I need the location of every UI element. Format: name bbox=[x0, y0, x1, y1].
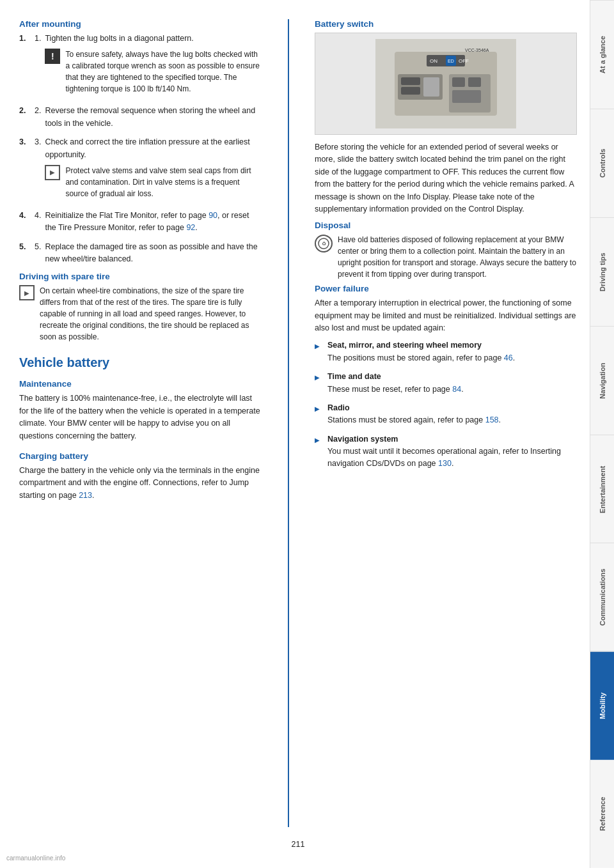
sidebar-item-reference[interactable]: Reference bbox=[590, 760, 614, 868]
svg-text:ED: ED bbox=[448, 59, 454, 63]
pf-item-4-title: Navigation system bbox=[327, 435, 398, 444]
sidebar-item-driving-tips[interactable]: Driving tips bbox=[590, 217, 614, 326]
play-icon-2: ▶ bbox=[19, 285, 35, 300]
sidebar-item-controls[interactable]: Controls bbox=[590, 109, 614, 217]
charging-link[interactable]: 213 bbox=[79, 491, 92, 500]
power-failure-list: ▶ Seat, mirror, and steering wheel memor… bbox=[315, 339, 577, 470]
note-2-text: Protect valve stems and valve stem seal … bbox=[65, 165, 262, 199]
disposal-text: Have old batteries disposed of following… bbox=[338, 234, 577, 280]
sidebar-item-communications[interactable]: Communications bbox=[590, 543, 614, 651]
bullet-arrow-2: ▶ bbox=[315, 373, 322, 396]
disposal-note: ♻ Have old batteries disposed of followi… bbox=[315, 234, 577, 280]
pf-item-4: ▶ Navigation system You must wait until … bbox=[315, 433, 577, 470]
sidebar-item-navigation[interactable]: Navigation bbox=[590, 326, 614, 435]
svg-rect-10 bbox=[423, 77, 439, 97]
driving-spare-section: Driving with spare tire ▶ On certain whe… bbox=[19, 272, 262, 343]
driving-spare-heading: Driving with spare tire bbox=[19, 272, 262, 281]
power-failure-section: Power failure After a temporary interrup… bbox=[315, 284, 577, 470]
svg-text:♻: ♻ bbox=[322, 241, 326, 247]
power-failure-intro: After a temporary interruption in electr… bbox=[315, 297, 577, 334]
pf-item-1-link[interactable]: 46 bbox=[504, 353, 513, 362]
step-1-text: Tighten the lug bolts in a diagonal patt… bbox=[45, 34, 193, 43]
pf-item-3-end: . bbox=[499, 415, 501, 424]
spare-tire-text: On certain wheel-tire combinations, the … bbox=[40, 285, 262, 343]
pf-item-2-title: Time and date bbox=[327, 372, 381, 381]
step-4-text: Reinitialize the Flat Tire Monitor, refe… bbox=[45, 211, 209, 220]
pf-item-3: ▶ Radio Stations must be stored again, r… bbox=[315, 402, 577, 427]
svg-rect-12 bbox=[452, 77, 465, 87]
pf-item-2-end: . bbox=[461, 385, 463, 394]
charging-text-body: Charge the battery in the vehicle only v… bbox=[19, 466, 260, 500]
vehicle-battery-section: Vehicle battery Maintenance The battery … bbox=[19, 355, 262, 502]
battery-switch-section: Battery switch ON bbox=[315, 19, 577, 215]
step-3-number: 3. bbox=[35, 136, 41, 203]
pf-item-3-text: Stations must be stored again, refer to … bbox=[327, 415, 485, 424]
pf-item-4-link[interactable]: 130 bbox=[438, 459, 452, 468]
charging-text: Charge the battery in the vehicle only v… bbox=[19, 465, 262, 502]
play-icon: ▶ bbox=[45, 165, 60, 180]
vehicle-battery-heading: Vehicle battery bbox=[19, 355, 262, 370]
watermark: carmanualonline.info bbox=[6, 855, 65, 862]
spare-tire-note: ▶ On certain wheel-tire combinations, th… bbox=[19, 285, 262, 343]
bullet-arrow-1: ▶ bbox=[315, 341, 322, 364]
pf-item-2-text: These must be reset, refer to page bbox=[327, 385, 452, 394]
after-mounting-section: After mounting 1. Tighten the lug bolts … bbox=[19, 19, 262, 265]
step-4-number: 4. bbox=[35, 210, 41, 235]
svg-rect-8 bbox=[401, 77, 420, 85]
svg-text:VCC-3546A: VCC-3546A bbox=[465, 48, 489, 52]
column-divider bbox=[288, 19, 289, 827]
step-1-number: 1. bbox=[35, 33, 41, 98]
pf-item-3-link[interactable]: 158 bbox=[485, 415, 499, 424]
pf-item-1-end: . bbox=[513, 353, 515, 362]
battery-switch-heading: Battery switch bbox=[315, 19, 577, 29]
bullet-arrow-3: ▶ bbox=[315, 404, 322, 427]
svg-rect-13 bbox=[468, 77, 481, 87]
pf-item-4-end: . bbox=[452, 459, 453, 468]
step-1: 1. Tighten the lug bolts in a diagonal p… bbox=[19, 33, 262, 98]
sidebar-item-entertainment[interactable]: Entertainment bbox=[590, 435, 614, 543]
battery-switch-text: Before storing the vehicle for an extend… bbox=[315, 141, 577, 215]
svg-rect-14 bbox=[452, 90, 481, 103]
battery-switch-svg: ON ED OFF bbox=[375, 39, 516, 128]
charging-end: . bbox=[92, 491, 94, 500]
disposal-icon: ♻ bbox=[315, 235, 333, 252]
svg-text:OFF: OFF bbox=[459, 58, 469, 64]
sidebar: At a glance Controls Driving tips Naviga… bbox=[590, 0, 614, 868]
page-number: 211 bbox=[19, 840, 577, 849]
step-2-number: 2. bbox=[35, 105, 41, 130]
pf-item-1-text: The positions must be stored again, refe… bbox=[327, 353, 504, 362]
svg-rect-9 bbox=[401, 87, 420, 95]
step-5-text: Replace the damaged tire as soon as poss… bbox=[45, 242, 257, 263]
pf-item-1-title: Seat, mirror, and steering wheel memory bbox=[327, 341, 482, 350]
bullet-arrow-4: ▶ bbox=[315, 435, 322, 470]
power-failure-heading: Power failure bbox=[315, 284, 577, 293]
step-3: 3. Check and correct the tire inflation … bbox=[19, 136, 262, 203]
disposal-section: Disposal ♻ Have old batteries disposed o… bbox=[315, 221, 577, 280]
step-5: 5. Replace the damaged tire as soon as p… bbox=[19, 241, 262, 266]
svg-text:ON: ON bbox=[430, 58, 437, 64]
step-4-link2[interactable]: 92 bbox=[186, 223, 195, 232]
pf-item-2: ▶ Time and date These must be reset, ref… bbox=[315, 371, 577, 396]
sidebar-item-mobility[interactable]: Mobility bbox=[590, 651, 614, 760]
step-3-text: Check and correct the tire inflation pre… bbox=[45, 137, 249, 159]
note-1-text: To ensure safety, always have the lug bo… bbox=[65, 49, 262, 95]
step-4-end: . bbox=[195, 223, 197, 232]
step-4: 4. Reinitialize the Flat Tire Monitor, r… bbox=[19, 210, 262, 235]
step-5-number: 5. bbox=[35, 241, 41, 266]
step-2-text: Reverse the removal sequence when storin… bbox=[45, 106, 255, 127]
warning-icon: ! bbox=[45, 49, 60, 64]
note-box-2: ▶ Protect valve stems and valve stem sea… bbox=[45, 165, 262, 199]
disposal-heading: Disposal bbox=[315, 221, 577, 230]
step-2: 2. Reverse the removal sequence when sto… bbox=[19, 105, 262, 130]
after-mounting-list: 1. Tighten the lug bolts in a diagonal p… bbox=[19, 33, 262, 265]
pf-item-3-title: Radio bbox=[327, 403, 350, 412]
after-mounting-heading: After mounting bbox=[19, 19, 262, 29]
note-box-1: ! To ensure safety, always have the lug … bbox=[45, 49, 262, 95]
pf-item-2-link[interactable]: 84 bbox=[452, 385, 461, 394]
pf-item-1: ▶ Seat, mirror, and steering wheel memor… bbox=[315, 339, 577, 364]
charging-heading: Charging battery bbox=[19, 451, 262, 461]
maintenance-text: The battery is 100% maintenance-free, i.… bbox=[19, 392, 262, 442]
sidebar-item-at-a-glance[interactable]: At a glance bbox=[590, 0, 614, 109]
step-4-link1[interactable]: 90 bbox=[209, 211, 217, 220]
maintenance-heading: Maintenance bbox=[19, 379, 262, 389]
